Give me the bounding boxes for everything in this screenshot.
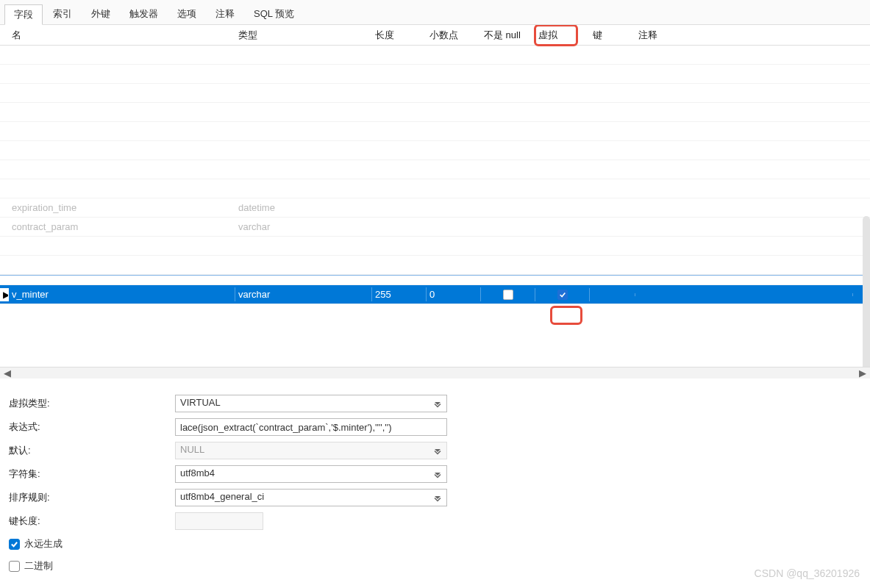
callout-virtual-checkbox	[550, 306, 582, 325]
vertical-scrollbar[interactable]	[863, 216, 870, 367]
tab-indexes[interactable]: 索引	[44, 4, 81, 24]
label-expression: 表达式:	[9, 420, 175, 434]
input-key-length[interactable]	[175, 512, 263, 530]
tab-fields[interactable]: 字段	[4, 4, 43, 25]
col-type[interactable]: 类型	[235, 27, 372, 43]
select-charset[interactable]: utf8mb4	[175, 465, 447, 483]
table-row[interactable]	[0, 65, 870, 84]
label-charset: 字符集:	[9, 467, 175, 481]
table-row[interactable]: contract_paramvarchar	[0, 218, 870, 237]
table-header: 名 类型 长度 小数点 不是 null 虚拟 键 注释	[0, 25, 870, 46]
scroll-left-icon[interactable]: ◀	[3, 369, 12, 378]
table-row[interactable]	[0, 46, 870, 65]
checkbox-virtual[interactable]	[557, 290, 568, 300]
tab-bar: 字段 索引 外键 触发器 选项 注释 SQL 预览	[0, 0, 870, 25]
tab-sql-preview[interactable]: SQL 预览	[245, 4, 303, 24]
fields-table: 名 类型 长度 小数点 不是 null 虚拟 键 注释 expiration_t…	[0, 25, 870, 367]
properties-panel: 虚拟类型: VIRTUAL 表达式: 默认: NULL 字符集: utf8mb4…	[0, 379, 870, 588]
select-virtual-type[interactable]: VIRTUAL	[175, 395, 447, 412]
col-virtual[interactable]: 虚拟	[535, 27, 590, 43]
scroll-right-icon[interactable]: ▶	[858, 369, 867, 378]
label-key-length: 键长度:	[9, 514, 175, 528]
table-row[interactable]	[0, 103, 870, 122]
tab-triggers[interactable]: 触发器	[121, 4, 167, 24]
table-row[interactable]	[0, 237, 870, 256]
label-collation: 排序规则:	[9, 491, 175, 504]
col-decimals[interactable]: 小数点	[427, 27, 481, 43]
table-row[interactable]	[0, 84, 870, 103]
horizontal-scrollbar[interactable]: ◀ ▶	[0, 367, 870, 379]
table-row[interactable]	[0, 122, 870, 141]
label-always-generated: 永远生成	[24, 537, 63, 551]
tab-comment[interactable]: 注释	[207, 4, 243, 24]
col-name[interactable]: 名	[9, 27, 235, 43]
col-key[interactable]: 键	[590, 27, 635, 43]
table-body[interactable]: expiration_timedatetime contract_paramva…	[0, 46, 870, 304]
select-default[interactable]: NULL	[175, 442, 447, 459]
table-row[interactable]: expiration_timedatetime	[0, 198, 870, 218]
select-collation[interactable]: utf8mb4_general_ci	[175, 489, 447, 506]
col-notnull[interactable]: 不是 null	[481, 27, 535, 43]
tab-options[interactable]: 选项	[168, 4, 205, 24]
label-binary: 二进制	[24, 559, 53, 573]
col-length[interactable]: 长度	[372, 27, 427, 43]
label-default: 默认:	[9, 444, 175, 457]
tab-foreign-keys[interactable]: 外键	[82, 4, 119, 24]
checkbox-notnull[interactable]	[503, 290, 513, 300]
input-expression[interactable]	[175, 418, 447, 436]
table-row[interactable]	[0, 141, 870, 160]
table-row[interactable]	[0, 160, 870, 179]
watermark: CSDN @qq_36201926	[755, 567, 860, 579]
table-row[interactable]	[0, 179, 870, 198]
checkbox-always-generated[interactable]	[9, 539, 20, 550]
col-comment[interactable]: 注释	[635, 27, 853, 43]
label-virtual-type: 虚拟类型:	[9, 397, 175, 410]
table-row[interactable]	[0, 256, 870, 275]
table-row-selected[interactable]: ▶v_mintervarchar2550	[0, 285, 870, 304]
checkbox-binary[interactable]	[9, 561, 20, 572]
